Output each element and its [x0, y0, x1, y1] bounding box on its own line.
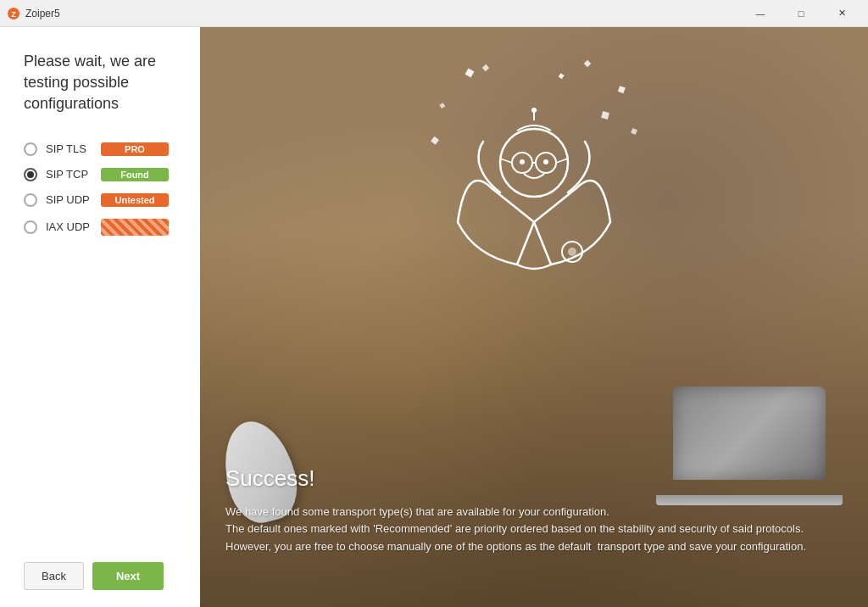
- svg-rect-6: [601, 111, 609, 120]
- character-svg: [415, 53, 653, 324]
- character-illustration: [415, 53, 653, 324]
- radio-iax-udp[interactable]: [24, 220, 37, 234]
- title-bar-left: Z Zoiper5: [7, 7, 60, 20]
- left-panel: Please wait, we are testing possible con…: [0, 27, 200, 607]
- protocol-name-sip-tcp: SIP TCP: [46, 168, 92, 181]
- title-bar: Z Zoiper5 — □ ✕: [0, 0, 868, 27]
- protocol-name-sip-udp: SIP UDP: [46, 193, 92, 206]
- back-button[interactable]: Back: [24, 562, 84, 590]
- svg-point-17: [520, 159, 525, 164]
- badge-sip-udp: Untested: [101, 193, 169, 207]
- svg-point-20: [568, 248, 576, 256]
- svg-rect-4: [618, 86, 626, 93]
- svg-rect-5: [439, 103, 445, 109]
- svg-rect-3: [584, 60, 591, 67]
- success-title: Success!: [225, 465, 843, 492]
- svg-rect-8: [559, 73, 565, 79]
- protocol-list: SIP TLS PRO SIP TCP Found SIP UDP Untest…: [24, 142, 183, 545]
- protocol-item-sip-tls[interactable]: SIP TLS PRO: [24, 142, 183, 156]
- protocol-name-iax-udp: IAX UDP: [46, 220, 92, 233]
- protocol-name-sip-tls: SIP TLS: [46, 142, 92, 155]
- window-controls: — □ ✕: [741, 0, 861, 27]
- svg-text:Z: Z: [11, 10, 16, 19]
- minimize-button[interactable]: —: [741, 0, 780, 27]
- app-icon: Z: [7, 7, 20, 20]
- success-area: Success! We have found some transport ty…: [225, 465, 843, 556]
- badge-sip-tls: PRO: [101, 142, 169, 156]
- svg-rect-2: [465, 69, 475, 78]
- protocol-item-sip-udp[interactable]: SIP UDP Untested: [24, 193, 183, 207]
- protocol-item-iax-udp[interactable]: IAX UDP: [24, 219, 183, 236]
- maximize-button[interactable]: □: [782, 0, 821, 27]
- radio-sip-udp[interactable]: [24, 193, 37, 207]
- svg-rect-10: [431, 136, 439, 145]
- protocol-item-sip-tcp[interactable]: SIP TCP Found: [24, 168, 183, 181]
- right-panel: Success! We have found some transport ty…: [200, 27, 868, 607]
- badge-iax-udp: [101, 219, 169, 236]
- bottom-buttons: Back Next: [24, 562, 183, 590]
- svg-rect-9: [631, 128, 637, 135]
- radio-sip-tcp[interactable]: [24, 168, 37, 181]
- svg-rect-7: [482, 64, 489, 71]
- badge-sip-tcp: Found: [101, 168, 169, 181]
- svg-line-16: [556, 159, 568, 163]
- main-container: Please wait, we are testing possible con…: [0, 27, 868, 607]
- svg-point-22: [531, 108, 537, 113]
- app-title: Zoiper5: [25, 8, 60, 19]
- svg-point-18: [543, 159, 548, 164]
- panel-title: Please wait, we are testing possible con…: [24, 51, 183, 115]
- svg-line-15: [500, 159, 512, 163]
- close-button[interactable]: ✕: [822, 0, 861, 27]
- success-text: We have found some transport type(s) tha…: [225, 504, 843, 556]
- next-button[interactable]: Next: [92, 562, 164, 590]
- radio-sip-tls[interactable]: [24, 142, 37, 156]
